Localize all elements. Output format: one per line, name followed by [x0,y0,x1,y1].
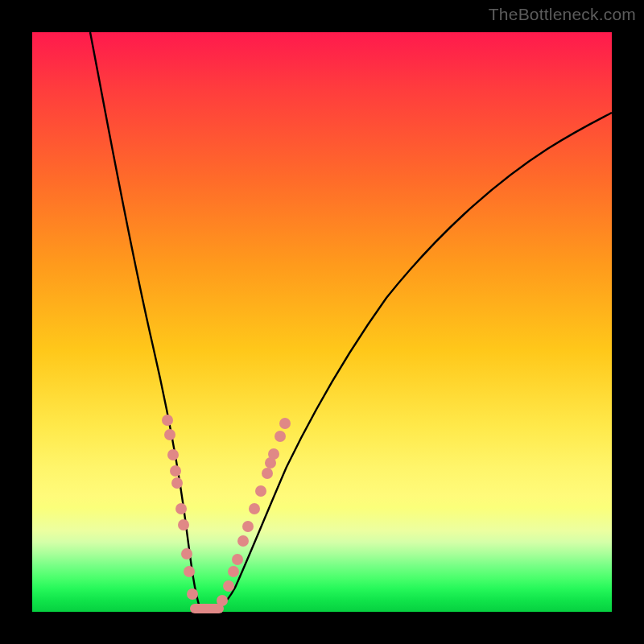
marker-dot [184,566,195,577]
marker-dot [249,503,260,514]
marker-dot [178,519,189,530]
marker-dot [255,485,266,497]
marker-dot [223,580,234,592]
marker-dot [167,449,179,460]
watermark-text: TheBottleneck.com [489,5,636,24]
marker-dot [262,468,273,479]
marker-dot [268,448,279,460]
bottleneck-curve [90,32,612,610]
marker-dot [171,477,183,489]
marker-dot [164,429,175,440]
plot-area [32,32,612,612]
marker-dot [242,521,254,532]
curve-svg [32,32,612,612]
marker-dot [170,465,181,477]
marker-dot [232,554,243,565]
marker-dot [187,588,198,600]
marker-dot [217,595,228,606]
marker-dot [237,535,249,547]
chart-frame: TheBottleneck.com [0,0,644,644]
marker-dot [175,503,187,514]
marker-dot [275,431,286,442]
marker-dot [228,566,239,577]
marker-dot [279,418,291,429]
marker-dot [162,415,173,426]
marker-dot [181,548,192,559]
